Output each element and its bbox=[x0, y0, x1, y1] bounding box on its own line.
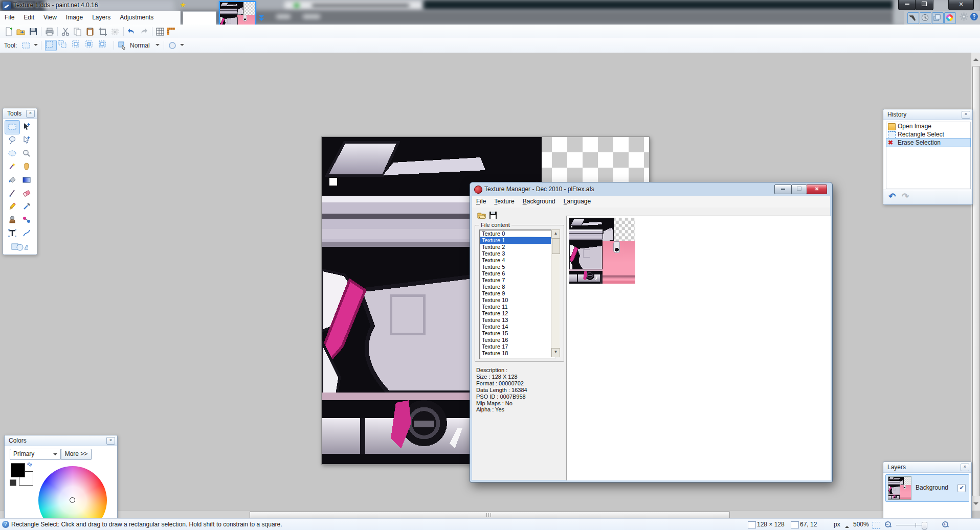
scroll-up-arrow[interactable] bbox=[973, 56, 978, 61]
list-scroll-down[interactable]: ▼ bbox=[551, 348, 560, 357]
texture-list-item[interactable]: Texture 7 bbox=[480, 277, 555, 284]
layers-palette-header[interactable]: Layers × bbox=[883, 462, 971, 473]
dialog-menu-language[interactable]: Language bbox=[560, 196, 595, 205]
cut-button[interactable] bbox=[60, 26, 71, 37]
tool-move-selected-pixels[interactable] bbox=[19, 121, 34, 134]
history-toggle-button[interactable] bbox=[920, 12, 931, 24]
dialog-menu-texture[interactable]: Texture bbox=[490, 196, 518, 205]
open-file-button[interactable] bbox=[15, 26, 27, 37]
layer-row-background[interactable]: Background ✔ bbox=[885, 474, 969, 502]
tool-pencil[interactable] bbox=[5, 200, 19, 214]
texture-list-item[interactable]: Texture 3 bbox=[480, 250, 555, 257]
texture-list-item-selected[interactable]: Texture 1 bbox=[480, 237, 555, 244]
layers-palette-close[interactable]: × bbox=[961, 464, 969, 471]
sampling-button[interactable] bbox=[117, 40, 128, 51]
maximize-button[interactable] bbox=[915, 0, 933, 10]
layers-toggle-button[interactable] bbox=[932, 12, 944, 24]
colors-palette-close[interactable]: × bbox=[106, 437, 115, 445]
minimize-button[interactable] bbox=[898, 0, 916, 10]
texture-list-item[interactable]: Texture 2 bbox=[480, 244, 555, 250]
texture-list-item[interactable]: Texture 13 bbox=[480, 317, 555, 324]
tools-toggle-button[interactable] bbox=[907, 12, 919, 24]
texture-list-item[interactable]: Texture 4 bbox=[480, 257, 555, 264]
history-palette-close[interactable]: × bbox=[962, 111, 970, 119]
dialog-close-button[interactable]: ✕ bbox=[807, 185, 827, 194]
menu-image[interactable]: Image bbox=[61, 11, 87, 25]
texture-list-item[interactable]: Texture 17 bbox=[480, 343, 555, 350]
tool-gradient[interactable] bbox=[19, 174, 34, 187]
primary-color-swatch[interactable] bbox=[11, 463, 25, 477]
menu-file[interactable]: File bbox=[0, 11, 19, 25]
redo-button[interactable] bbox=[138, 26, 149, 37]
texture-list-item[interactable]: Texture 9 bbox=[480, 290, 555, 297]
crop-button[interactable] bbox=[97, 26, 108, 37]
history-item[interactable]: Rectangle Select bbox=[886, 130, 970, 139]
tool-ellipse-select[interactable] bbox=[5, 147, 19, 160]
texture-list-item[interactable]: Texture 16 bbox=[480, 337, 555, 343]
selection-mode-subtract[interactable] bbox=[72, 40, 83, 51]
menu-view[interactable]: View bbox=[39, 11, 61, 25]
texture-list-item[interactable]: Texture 14 bbox=[480, 324, 555, 330]
texture-list-item[interactable]: Texture 8 bbox=[480, 284, 555, 290]
history-undo-button[interactable]: ↶ bbox=[888, 191, 896, 202]
deselect-button[interactable] bbox=[109, 26, 121, 37]
texture-list-item[interactable]: Texture 18 bbox=[480, 350, 555, 357]
selection-mode-invert[interactable] bbox=[98, 40, 110, 51]
texture-list-item[interactable]: Texture 15 bbox=[480, 330, 555, 337]
dialog-titlebar[interactable]: Texture Manager - Dec 2010 - plFtex.afs … bbox=[470, 182, 832, 196]
antialias-button[interactable] bbox=[167, 40, 178, 51]
unit-dropdown-arrow[interactable] bbox=[845, 524, 849, 528]
history-palette-header[interactable]: History × bbox=[883, 109, 972, 120]
texture-preview[interactable] bbox=[569, 218, 635, 284]
tool-magic-wand[interactable] bbox=[5, 160, 19, 174]
list-scrollbar-thumb[interactable] bbox=[552, 239, 560, 254]
undo-button[interactable] bbox=[126, 26, 137, 37]
color-wheel-selector[interactable] bbox=[70, 497, 75, 503]
history-item[interactable]: Open Image bbox=[886, 122, 970, 130]
texture-list-scrollbar[interactable]: ▲ ▼ bbox=[551, 229, 560, 357]
vertical-scrollbar-thumb[interactable] bbox=[972, 66, 980, 496]
new-file-button[interactable] bbox=[3, 26, 14, 37]
history-item-selected[interactable]: ✖Erase Selection bbox=[886, 139, 970, 147]
menu-edit[interactable]: Edit bbox=[19, 11, 39, 25]
unit-selector[interactable]: px bbox=[834, 521, 840, 528]
tool-rectangle-select[interactable] bbox=[5, 121, 19, 134]
tool-lasso-select[interactable] bbox=[5, 134, 19, 147]
dialog-open-button[interactable] bbox=[476, 210, 487, 221]
tool-clone-stamp[interactable] bbox=[5, 214, 19, 227]
pixel-grid-button[interactable] bbox=[154, 26, 166, 37]
current-tool-button[interactable] bbox=[20, 40, 32, 51]
zoom-slider-thumb[interactable] bbox=[922, 522, 927, 529]
menu-layers[interactable]: Layers bbox=[87, 11, 115, 25]
blend-mode-value[interactable]: Normal bbox=[130, 42, 150, 49]
texture-list-item[interactable]: Texture 5 bbox=[480, 264, 555, 270]
selection-mode-add[interactable] bbox=[58, 40, 70, 51]
colors-toggle-button[interactable] bbox=[944, 12, 956, 24]
paste-button[interactable] bbox=[84, 26, 96, 37]
swap-colors-icon[interactable]: ⇄ bbox=[26, 460, 34, 469]
zoom-level-value[interactable]: 500% bbox=[853, 521, 869, 528]
list-scroll-up[interactable]: ▲ bbox=[551, 229, 560, 239]
selection-mode-replace[interactable] bbox=[45, 40, 57, 51]
save-button[interactable] bbox=[28, 26, 39, 37]
tools-palette-close[interactable]: × bbox=[26, 110, 35, 118]
menu-adjustments[interactable]: Adjustments bbox=[115, 11, 158, 25]
tool-eraser[interactable] bbox=[19, 187, 34, 200]
blend-mode-dropdown-arrow[interactable] bbox=[155, 44, 160, 48]
texture-list-item[interactable]: Texture 10 bbox=[480, 297, 555, 304]
tool-dropdown-arrow[interactable] bbox=[34, 44, 38, 48]
color-target-dropdown[interactable]: Primary bbox=[10, 449, 61, 460]
texture-list-item[interactable]: Texture 0 bbox=[480, 231, 555, 237]
rulers-button[interactable] bbox=[166, 26, 177, 37]
print-button[interactable] bbox=[44, 26, 55, 37]
help-button[interactable] bbox=[970, 12, 980, 23]
colors-palette-header[interactable]: Colors × bbox=[5, 435, 117, 446]
scroll-down-arrow[interactable] bbox=[973, 502, 978, 508]
window-titlebar[interactable]: Texture 1.dds - paint.net 4.0.16 bbox=[0, 0, 980, 11]
settings-button[interactable] bbox=[960, 12, 970, 23]
zoom-to-window-button[interactable] bbox=[873, 522, 880, 529]
antialias-dropdown-arrow[interactable] bbox=[180, 44, 184, 48]
dialog-menu-file[interactable]: File bbox=[472, 196, 490, 205]
texture-list-item[interactable]: Texture 6 bbox=[480, 270, 555, 277]
tool-zoom[interactable] bbox=[19, 147, 34, 160]
